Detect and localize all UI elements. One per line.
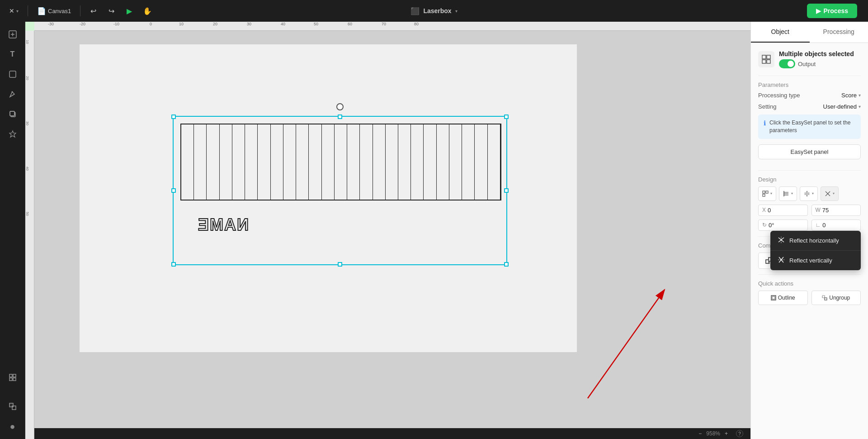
angle-field[interactable]: ↻ 0°	[758, 220, 808, 231]
bar-3	[207, 124, 219, 200]
bar-1	[181, 124, 194, 200]
align-button[interactable]: ▾	[779, 186, 797, 201]
svg-rect-21	[763, 191, 765, 193]
topbar: ✕ ▾ 📄 Canvas1 ↩ ↪ ▶ ✋ ⬛ Laserbox ▾ ▶ Pro…	[0, 0, 868, 22]
play-button[interactable]: ▶	[122, 4, 137, 18]
bar-2	[194, 124, 207, 200]
redo-button[interactable]: ↪	[104, 4, 118, 18]
setting-value[interactable]: User-defined ▾	[823, 103, 861, 110]
distribute-button[interactable]: ▾	[800, 186, 818, 201]
left-toolbar: T ●	[0, 22, 25, 439]
x-value: 0	[768, 207, 771, 214]
divider-2	[758, 170, 861, 171]
app-logo-icon: ⬛	[410, 7, 420, 15]
bar-12	[322, 124, 335, 200]
bottom-bar: − 958% + ?	[25, 428, 750, 439]
setting-chevron-icon: ▾	[859, 104, 861, 109]
svg-rect-22	[766, 191, 768, 193]
zoom-level-label: 958%	[706, 430, 720, 437]
bar-25	[488, 124, 500, 200]
reflect-vertically-item[interactable]: Reflect vertically	[770, 251, 861, 270]
zoom-minus-button[interactable]: −	[697, 430, 703, 437]
object-title: Multiple objects selected	[779, 50, 861, 57]
zoom-plus-button[interactable]: +	[723, 430, 730, 437]
svg-rect-10	[13, 374, 16, 377]
add-image-tool[interactable]	[4, 25, 22, 43]
svg-rect-12	[13, 378, 16, 381]
panel-content: Multiple objects selected Output Paramet…	[751, 43, 868, 312]
bar-10	[296, 124, 309, 200]
bar-13	[335, 124, 347, 200]
canvas-content[interactable]: NAME	[34, 31, 750, 428]
object-title-area: Multiple objects selected Output	[779, 50, 861, 68]
arrange-button[interactable]: ▾	[758, 186, 776, 201]
angle-icon: ↻	[762, 222, 767, 228]
chevron-down-icon: ▾	[16, 9, 19, 14]
grid-tool[interactable]	[4, 368, 22, 387]
info-box: ℹ Click the EasySet panel to set the par…	[758, 115, 861, 139]
svg-rect-20	[767, 60, 770, 63]
outline-label: Outline	[778, 295, 795, 301]
canvas-area[interactable]: -30 -20 -10 0 10 20 30 40 50 60 70 80 10…	[25, 22, 750, 439]
layers-tool[interactable]	[4, 397, 22, 415]
shape-tool[interactable]	[4, 65, 22, 83]
bar-7	[258, 124, 270, 200]
svg-rect-44	[825, 298, 827, 300]
outline-button[interactable]: Outline	[758, 291, 808, 305]
divider-4	[758, 274, 861, 275]
svg-rect-17	[762, 55, 766, 59]
x-field[interactable]: X 0	[758, 205, 808, 216]
bar-17	[386, 124, 398, 200]
process-label: Process	[824, 7, 848, 14]
arrange-chevron-icon: ▾	[770, 191, 772, 196]
processing-type-row: Processing type Score ▾	[758, 92, 861, 99]
ungroup-button[interactable]: Ungroup	[811, 291, 861, 305]
panel-tabs: Object Processing	[751, 22, 868, 43]
text-tool[interactable]: T	[4, 45, 22, 63]
svg-rect-13	[9, 403, 13, 407]
process-button[interactable]: ▶ Process	[807, 4, 857, 18]
w-label: W	[816, 207, 821, 213]
tab-processing[interactable]: Processing	[810, 22, 868, 43]
help-button[interactable]: ?	[736, 430, 743, 437]
object-header: Multiple objects selected Output	[758, 50, 861, 68]
svg-rect-19	[762, 60, 766, 63]
svg-rect-23	[763, 194, 765, 196]
w-field[interactable]: W 75	[811, 205, 861, 216]
processing-type-value[interactable]: Score ▾	[841, 92, 861, 99]
main-layout: T ● -30 -20 -10	[0, 22, 868, 439]
ai-tool[interactable]	[4, 125, 22, 143]
dot-tool[interactable]: ●	[4, 417, 22, 435]
setting-row: Setting User-defined ▾	[758, 103, 861, 110]
app-name-chevron-icon: ▾	[455, 9, 458, 14]
easyset-button[interactable]: EasySet panel	[758, 144, 861, 159]
bar-24	[475, 124, 487, 200]
copy-tool[interactable]	[4, 105, 22, 123]
hand-tool-button[interactable]: ✋	[140, 4, 155, 18]
processing-type-chevron-icon: ▾	[859, 93, 861, 98]
processing-type-label: Processing type	[758, 92, 800, 99]
x-label: X	[762, 207, 766, 213]
app-name-label: Laserbox	[423, 7, 451, 14]
canvas-name-btn[interactable]: 📄 Canvas1	[33, 4, 75, 18]
close-button[interactable]: ✕ ▾	[5, 5, 22, 16]
corner-field[interactable]: ∟ 0	[811, 220, 861, 231]
undo-button[interactable]: ↩	[86, 4, 100, 18]
reflect-button[interactable]: ▾	[821, 186, 839, 201]
mirror-text: NAME	[197, 215, 249, 234]
barcode-graphic[interactable]	[180, 124, 501, 200]
right-panel: Object Processing Multiple objects selec…	[750, 22, 868, 439]
quick-actions-row: Outline Ungroup	[758, 291, 861, 305]
bar-15	[360, 124, 373, 200]
svg-rect-9	[9, 374, 12, 377]
reflect-horizontally-item[interactable]: Reflect horizontally	[770, 231, 861, 251]
angle-value: 0°	[769, 222, 774, 229]
tab-object[interactable]: Object	[751, 22, 810, 43]
bar-11	[309, 124, 321, 200]
reflect-dropdown: Reflect horizontally Reflect vertically	[770, 231, 861, 270]
pen-tool[interactable]	[4, 85, 22, 103]
svg-rect-18	[767, 55, 770, 59]
output-toggle-switch[interactable]	[779, 59, 795, 68]
reflect-h-icon	[778, 236, 785, 245]
divider-1	[758, 76, 861, 76]
